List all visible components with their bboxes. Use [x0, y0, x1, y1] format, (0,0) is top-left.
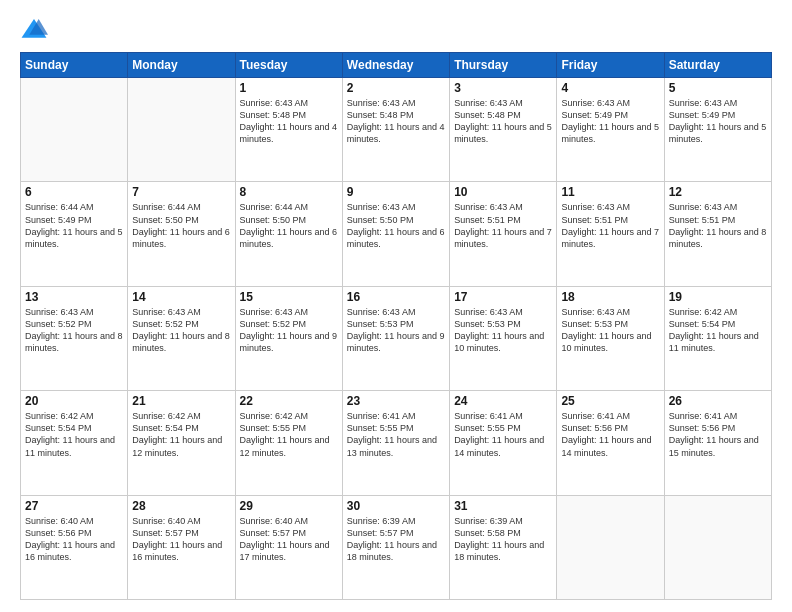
day-info: Sunrise: 6:43 AM Sunset: 5:52 PM Dayligh… — [25, 306, 123, 355]
calendar-cell: 17Sunrise: 6:43 AM Sunset: 5:53 PM Dayli… — [450, 286, 557, 390]
day-info: Sunrise: 6:43 AM Sunset: 5:49 PM Dayligh… — [561, 97, 659, 146]
calendar-cell: 24Sunrise: 6:41 AM Sunset: 5:55 PM Dayli… — [450, 391, 557, 495]
calendar-week-row: 6Sunrise: 6:44 AM Sunset: 5:49 PM Daylig… — [21, 182, 772, 286]
day-number: 30 — [347, 499, 445, 513]
day-info: Sunrise: 6:41 AM Sunset: 5:55 PM Dayligh… — [347, 410, 445, 459]
day-info: Sunrise: 6:43 AM Sunset: 5:53 PM Dayligh… — [561, 306, 659, 355]
calendar-cell: 27Sunrise: 6:40 AM Sunset: 5:56 PM Dayli… — [21, 495, 128, 599]
calendar-cell: 26Sunrise: 6:41 AM Sunset: 5:56 PM Dayli… — [664, 391, 771, 495]
day-info: Sunrise: 6:43 AM Sunset: 5:51 PM Dayligh… — [669, 201, 767, 250]
day-info: Sunrise: 6:43 AM Sunset: 5:52 PM Dayligh… — [240, 306, 338, 355]
day-number: 17 — [454, 290, 552, 304]
day-number: 7 — [132, 185, 230, 199]
day-info: Sunrise: 6:43 AM Sunset: 5:50 PM Dayligh… — [347, 201, 445, 250]
calendar-header-row: SundayMondayTuesdayWednesdayThursdayFrid… — [21, 53, 772, 78]
day-info: Sunrise: 6:40 AM Sunset: 5:56 PM Dayligh… — [25, 515, 123, 564]
day-info: Sunrise: 6:39 AM Sunset: 5:58 PM Dayligh… — [454, 515, 552, 564]
calendar-day-header: Wednesday — [342, 53, 449, 78]
calendar-day-header: Monday — [128, 53, 235, 78]
calendar-cell: 6Sunrise: 6:44 AM Sunset: 5:49 PM Daylig… — [21, 182, 128, 286]
day-info: Sunrise: 6:43 AM Sunset: 5:53 PM Dayligh… — [347, 306, 445, 355]
calendar-cell: 28Sunrise: 6:40 AM Sunset: 5:57 PM Dayli… — [128, 495, 235, 599]
day-info: Sunrise: 6:42 AM Sunset: 5:54 PM Dayligh… — [25, 410, 123, 459]
day-number: 14 — [132, 290, 230, 304]
calendar-cell — [557, 495, 664, 599]
calendar-cell: 25Sunrise: 6:41 AM Sunset: 5:56 PM Dayli… — [557, 391, 664, 495]
day-number: 12 — [669, 185, 767, 199]
calendar-cell: 23Sunrise: 6:41 AM Sunset: 5:55 PM Dayli… — [342, 391, 449, 495]
calendar-cell: 3Sunrise: 6:43 AM Sunset: 5:48 PM Daylig… — [450, 78, 557, 182]
day-number: 26 — [669, 394, 767, 408]
day-number: 25 — [561, 394, 659, 408]
calendar-cell: 22Sunrise: 6:42 AM Sunset: 5:55 PM Dayli… — [235, 391, 342, 495]
header — [20, 16, 772, 44]
day-info: Sunrise: 6:43 AM Sunset: 5:51 PM Dayligh… — [454, 201, 552, 250]
day-info: Sunrise: 6:41 AM Sunset: 5:55 PM Dayligh… — [454, 410, 552, 459]
logo-icon — [20, 16, 48, 44]
day-number: 15 — [240, 290, 338, 304]
day-info: Sunrise: 6:43 AM Sunset: 5:48 PM Dayligh… — [454, 97, 552, 146]
calendar-week-row: 13Sunrise: 6:43 AM Sunset: 5:52 PM Dayli… — [21, 286, 772, 390]
calendar-cell: 29Sunrise: 6:40 AM Sunset: 5:57 PM Dayli… — [235, 495, 342, 599]
calendar-cell: 5Sunrise: 6:43 AM Sunset: 5:49 PM Daylig… — [664, 78, 771, 182]
day-info: Sunrise: 6:44 AM Sunset: 5:50 PM Dayligh… — [132, 201, 230, 250]
calendar-cell: 11Sunrise: 6:43 AM Sunset: 5:51 PM Dayli… — [557, 182, 664, 286]
day-number: 29 — [240, 499, 338, 513]
calendar-cell — [21, 78, 128, 182]
calendar-week-row: 27Sunrise: 6:40 AM Sunset: 5:56 PM Dayli… — [21, 495, 772, 599]
day-info: Sunrise: 6:41 AM Sunset: 5:56 PM Dayligh… — [561, 410, 659, 459]
calendar-cell: 1Sunrise: 6:43 AM Sunset: 5:48 PM Daylig… — [235, 78, 342, 182]
calendar-cell: 30Sunrise: 6:39 AM Sunset: 5:57 PM Dayli… — [342, 495, 449, 599]
calendar-cell — [128, 78, 235, 182]
calendar-cell: 15Sunrise: 6:43 AM Sunset: 5:52 PM Dayli… — [235, 286, 342, 390]
calendar-week-row: 1Sunrise: 6:43 AM Sunset: 5:48 PM Daylig… — [21, 78, 772, 182]
day-number: 13 — [25, 290, 123, 304]
day-info: Sunrise: 6:43 AM Sunset: 5:49 PM Dayligh… — [669, 97, 767, 146]
day-info: Sunrise: 6:41 AM Sunset: 5:56 PM Dayligh… — [669, 410, 767, 459]
day-number: 6 — [25, 185, 123, 199]
day-info: Sunrise: 6:43 AM Sunset: 5:52 PM Dayligh… — [132, 306, 230, 355]
calendar-cell: 13Sunrise: 6:43 AM Sunset: 5:52 PM Dayli… — [21, 286, 128, 390]
calendar-cell: 16Sunrise: 6:43 AM Sunset: 5:53 PM Dayli… — [342, 286, 449, 390]
day-number: 9 — [347, 185, 445, 199]
calendar-week-row: 20Sunrise: 6:42 AM Sunset: 5:54 PM Dayli… — [21, 391, 772, 495]
day-number: 27 — [25, 499, 123, 513]
calendar-day-header: Friday — [557, 53, 664, 78]
day-number: 8 — [240, 185, 338, 199]
day-number: 3 — [454, 81, 552, 95]
day-info: Sunrise: 6:44 AM Sunset: 5:49 PM Dayligh… — [25, 201, 123, 250]
day-number: 22 — [240, 394, 338, 408]
day-info: Sunrise: 6:44 AM Sunset: 5:50 PM Dayligh… — [240, 201, 338, 250]
day-info: Sunrise: 6:43 AM Sunset: 5:53 PM Dayligh… — [454, 306, 552, 355]
calendar-cell: 7Sunrise: 6:44 AM Sunset: 5:50 PM Daylig… — [128, 182, 235, 286]
day-number: 10 — [454, 185, 552, 199]
calendar-table: SundayMondayTuesdayWednesdayThursdayFrid… — [20, 52, 772, 600]
logo — [20, 16, 52, 44]
day-number: 16 — [347, 290, 445, 304]
day-number: 5 — [669, 81, 767, 95]
day-number: 19 — [669, 290, 767, 304]
day-info: Sunrise: 6:40 AM Sunset: 5:57 PM Dayligh… — [240, 515, 338, 564]
calendar-day-header: Thursday — [450, 53, 557, 78]
calendar-cell: 21Sunrise: 6:42 AM Sunset: 5:54 PM Dayli… — [128, 391, 235, 495]
calendar-cell: 10Sunrise: 6:43 AM Sunset: 5:51 PM Dayli… — [450, 182, 557, 286]
day-number: 21 — [132, 394, 230, 408]
day-info: Sunrise: 6:39 AM Sunset: 5:57 PM Dayligh… — [347, 515, 445, 564]
calendar-cell: 18Sunrise: 6:43 AM Sunset: 5:53 PM Dayli… — [557, 286, 664, 390]
page: SundayMondayTuesdayWednesdayThursdayFrid… — [0, 0, 792, 612]
calendar-day-header: Saturday — [664, 53, 771, 78]
day-number: 18 — [561, 290, 659, 304]
calendar-day-header: Tuesday — [235, 53, 342, 78]
day-info: Sunrise: 6:43 AM Sunset: 5:48 PM Dayligh… — [347, 97, 445, 146]
day-number: 23 — [347, 394, 445, 408]
day-number: 20 — [25, 394, 123, 408]
day-info: Sunrise: 6:42 AM Sunset: 5:55 PM Dayligh… — [240, 410, 338, 459]
calendar-cell: 20Sunrise: 6:42 AM Sunset: 5:54 PM Dayli… — [21, 391, 128, 495]
calendar-cell: 2Sunrise: 6:43 AM Sunset: 5:48 PM Daylig… — [342, 78, 449, 182]
calendar-cell: 19Sunrise: 6:42 AM Sunset: 5:54 PM Dayli… — [664, 286, 771, 390]
day-number: 1 — [240, 81, 338, 95]
day-info: Sunrise: 6:42 AM Sunset: 5:54 PM Dayligh… — [669, 306, 767, 355]
calendar-cell: 4Sunrise: 6:43 AM Sunset: 5:49 PM Daylig… — [557, 78, 664, 182]
calendar-day-header: Sunday — [21, 53, 128, 78]
calendar-cell — [664, 495, 771, 599]
